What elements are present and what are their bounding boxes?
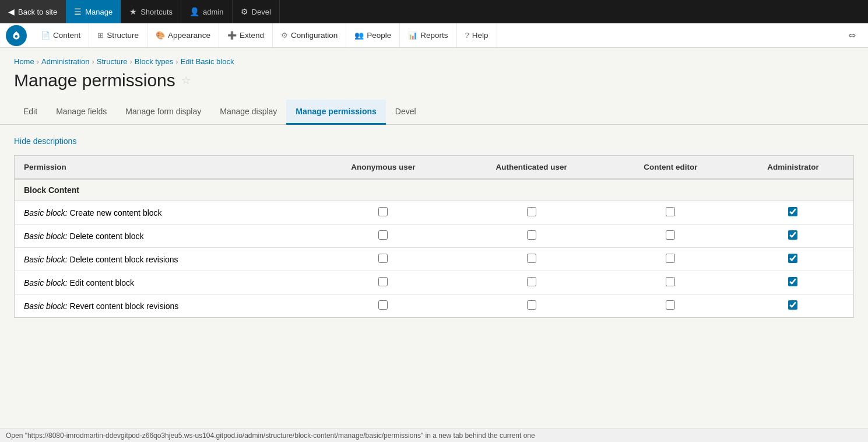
back-to-site-label: Back to site — [18, 8, 57, 16]
checkbox-cell — [609, 224, 733, 248]
people-icon: 👥 — [354, 31, 364, 40]
checkbox-cell — [609, 248, 733, 271]
tab-manage-fields[interactable]: Manage fields — [47, 100, 116, 125]
checkbox-cell — [733, 271, 854, 294]
user-icon: 👤 — [189, 7, 199, 16]
table-row: Basic block: Delete content block — [15, 224, 854, 248]
extend-icon: ➕ — [227, 31, 237, 40]
breadcrumb: Home › Administration › Structure › Bloc… — [14, 57, 854, 66]
content-editor-checkbox[interactable] — [666, 207, 675, 216]
checkbox-cell — [609, 271, 733, 294]
checkbox-cell — [312, 201, 454, 224]
administrator-checkbox[interactable] — [788, 277, 797, 286]
nav-appearance[interactable]: 🎨 Appearance — [147, 23, 219, 47]
nav-reports[interactable]: 📊 Reports — [400, 23, 456, 47]
anonymous-checkbox[interactable] — [378, 254, 388, 263]
breadcrumb-block-types[interactable]: Block types — [135, 57, 173, 66]
checkbox-cell — [312, 224, 454, 248]
breadcrumb-sep-3: › — [130, 57, 132, 66]
tab-edit[interactable]: Edit — [14, 100, 47, 125]
breadcrumb-sep-4: › — [175, 57, 178, 66]
breadcrumb-edit-basic-block[interactable]: Edit Basic block — [181, 57, 234, 66]
content-editor-checkbox[interactable] — [666, 277, 675, 286]
section-header-block-content: Block Content — [15, 179, 854, 201]
secondary-nav: 📄 Content ⊞ Structure 🎨 Appearance ➕ Ext… — [0, 23, 868, 48]
nav-help[interactable]: ? Help — [457, 23, 497, 47]
authenticated-checkbox[interactable] — [527, 300, 536, 310]
tab-devel[interactable]: Devel — [386, 100, 426, 125]
star-icon: ★ — [129, 7, 137, 16]
table-row: Basic block: Revert content block revisi… — [15, 294, 854, 318]
section-label: Block Content — [15, 179, 854, 201]
nav-help-label: Help — [472, 31, 489, 40]
nav-content[interactable]: 📄 Content — [33, 23, 89, 47]
nav-appearance-label: Appearance — [168, 31, 210, 40]
checkbox-cell — [312, 294, 454, 318]
admin-link[interactable]: 👤 admin — [181, 0, 232, 23]
favorite-star-icon[interactable]: ☆ — [181, 74, 191, 87]
anonymous-checkbox[interactable] — [378, 277, 388, 286]
permissions-table: Permission Anonymous user Authenticated … — [14, 155, 854, 318]
administrator-checkbox[interactable] — [788, 230, 797, 240]
breadcrumb-home[interactable]: Home — [14, 57, 34, 66]
administrator-checkbox[interactable] — [788, 207, 797, 216]
nav-people-label: People — [367, 31, 391, 40]
back-to-site-link[interactable]: ◀ Back to site — [0, 0, 66, 23]
nav-people[interactable]: 👥 People — [346, 23, 400, 47]
nav-right: ⇔ — [841, 23, 862, 47]
admin-label: admin — [203, 8, 223, 16]
breadcrumb-sep-1: › — [37, 57, 39, 66]
checkbox-cell — [312, 271, 454, 294]
anonymous-checkbox[interactable] — [378, 207, 388, 216]
nav-toggle-button[interactable]: ⇔ — [841, 23, 862, 47]
nav-extend[interactable]: ➕ Extend — [219, 23, 273, 47]
checkbox-cell — [609, 201, 733, 224]
appearance-icon: 🎨 — [156, 31, 165, 40]
shortcuts-label: Shortcuts — [140, 8, 173, 16]
breadcrumb-administration[interactable]: Administration — [41, 57, 89, 66]
permission-name: Basic block: Create new content block — [15, 201, 312, 224]
tab-manage-form-display[interactable]: Manage form display — [116, 100, 210, 125]
breadcrumb-structure[interactable]: Structure — [97, 57, 128, 66]
checkbox-cell — [733, 201, 854, 224]
drupal-logo[interactable] — [6, 25, 27, 46]
authenticated-checkbox[interactable] — [527, 254, 536, 263]
hide-descriptions-link[interactable]: Hide descriptions — [14, 136, 76, 146]
nav-reports-label: Reports — [420, 31, 448, 40]
col-authenticated: Authenticated user — [454, 156, 609, 180]
nav-configuration[interactable]: ⚙ Configuration — [273, 23, 346, 47]
content-editor-checkbox[interactable] — [666, 230, 675, 240]
manage-icon: ☰ — [74, 7, 82, 16]
col-content-editor: Content editor — [609, 156, 733, 180]
content-editor-checkbox[interactable] — [666, 254, 675, 263]
administrator-checkbox[interactable] — [788, 254, 797, 263]
manage-label: Manage — [85, 8, 113, 16]
structure-icon: ⊞ — [97, 31, 104, 40]
nav-extend-label: Extend — [240, 31, 264, 40]
col-administrator: Administrator — [733, 156, 854, 180]
nav-structure[interactable]: ⊞ Structure — [89, 23, 147, 47]
col-permission: Permission — [15, 156, 312, 180]
tab-manage-permissions[interactable]: Manage permissions — [286, 100, 386, 125]
reports-icon: 📊 — [408, 31, 417, 40]
authenticated-checkbox[interactable] — [527, 207, 536, 216]
devel-link[interactable]: ⚙ Devel — [233, 0, 280, 23]
anonymous-checkbox[interactable] — [378, 300, 388, 310]
breadcrumb-area: Home › Administration › Structure › Bloc… — [0, 48, 868, 66]
content-editor-checkbox[interactable] — [666, 300, 675, 310]
authenticated-checkbox[interactable] — [527, 230, 536, 240]
checkbox-cell — [454, 201, 609, 224]
back-icon: ◀ — [8, 7, 15, 16]
help-icon: ? — [465, 31, 469, 40]
tab-manage-display[interactable]: Manage display — [210, 100, 286, 125]
authenticated-checkbox[interactable] — [527, 277, 536, 286]
checkbox-cell — [733, 248, 854, 271]
devel-label: Devel — [252, 8, 271, 16]
checkbox-cell — [733, 294, 854, 318]
anonymous-checkbox[interactable] — [378, 230, 388, 240]
administrator-checkbox[interactable] — [788, 300, 797, 310]
shortcuts-link[interactable]: ★ Shortcuts — [121, 0, 181, 23]
svg-point-1 — [15, 35, 18, 38]
checkbox-cell — [454, 294, 609, 318]
manage-link[interactable]: ☰ Manage — [66, 0, 121, 23]
